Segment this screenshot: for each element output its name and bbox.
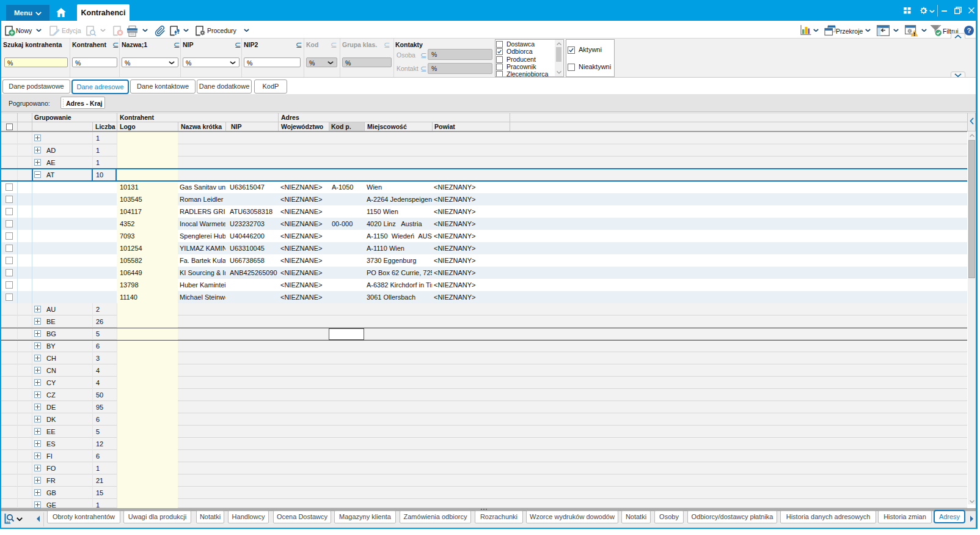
svg-text:?: ? bbox=[967, 27, 971, 34]
